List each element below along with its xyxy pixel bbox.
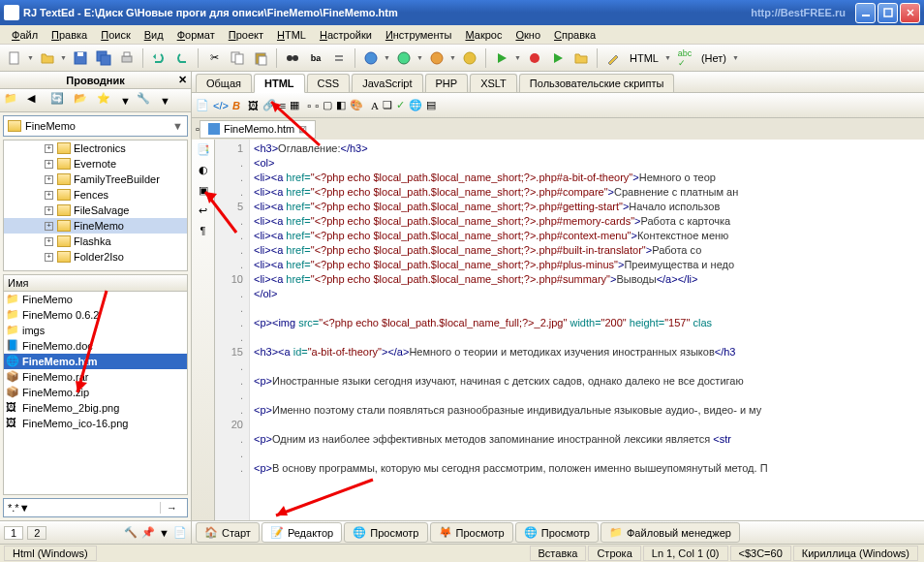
format-icon[interactable]: ▤: [426, 99, 436, 111]
print-icon[interactable]: [116, 47, 138, 69]
file-item[interactable]: 📁FineMemo: [4, 292, 187, 307]
tree-item[interactable]: +Evernote: [4, 156, 187, 172]
table-icon[interactable]: ▦: [290, 99, 299, 111]
binoculars-icon[interactable]: [282, 47, 303, 69]
file-item[interactable]: 📘FineMemo.doc: [4, 338, 187, 354]
file-list-header[interactable]: Имя: [3, 274, 188, 292]
lang-tab-javascript[interactable]: JavaScript: [352, 74, 422, 92]
play-icon[interactable]: [491, 47, 512, 69]
explorer-close-icon[interactable]: ✕: [178, 74, 187, 86]
path-combo[interactable]: FineMemo ▼: [3, 115, 188, 137]
maximize-button[interactable]: [878, 3, 898, 23]
file-item[interactable]: 📦FineMemo.zip: [4, 385, 187, 400]
minimize-button[interactable]: [855, 3, 876, 23]
refresh-icon[interactable]: 🔄: [50, 92, 68, 109]
play2-icon[interactable]: [547, 47, 569, 69]
save-icon[interactable]: [70, 47, 91, 69]
menu-вид[interactable]: Вид: [139, 27, 169, 43]
tree-item[interactable]: +FamilyTreeBuilder: [4, 172, 187, 187]
menu-формат[interactable]: Формат: [171, 27, 221, 43]
menu-файл[interactable]: Файл: [6, 27, 44, 43]
file-item[interactable]: 🖼FineMemo_ico-16.png: [4, 416, 187, 431]
doctype-icon[interactable]: 📄: [196, 99, 209, 111]
footer-tab-1[interactable]: 📝Редактор: [262, 522, 342, 543]
box2-icon[interactable]: ▫: [315, 100, 319, 111]
cut-icon[interactable]: ✂: [203, 47, 225, 69]
filter-combo[interactable]: *.* ▼ →: [3, 498, 188, 517]
marks-icon[interactable]: ¶: [200, 225, 206, 236]
star-icon[interactable]: ⭐: [97, 92, 114, 109]
file-item[interactable]: 📁FineMemo 0.6.2: [4, 307, 187, 323]
redo-icon[interactable]: [171, 47, 193, 69]
nav-back-icon[interactable]: ◀: [27, 92, 45, 109]
list-icon[interactable]: ≡: [280, 100, 286, 111]
filter-apply-icon[interactable]: →: [160, 502, 183, 514]
macro-folder-icon[interactable]: [570, 47, 592, 69]
tree-item[interactable]: +Electronics: [4, 140, 187, 156]
globe-check-icon[interactable]: [459, 47, 480, 69]
tree-item[interactable]: +Fences: [4, 187, 187, 203]
menu-правка[interactable]: Правка: [46, 27, 93, 43]
wrench-icon[interactable]: 🔧: [137, 92, 154, 109]
folder-favorite-icon[interactable]: 📂: [74, 92, 91, 109]
globe-orange-icon[interactable]: [426, 47, 447, 69]
menu-поиск[interactable]: Поиск: [95, 27, 136, 43]
file-item[interactable]: 📦FineMemo.rar: [4, 369, 187, 385]
tree-item[interactable]: +FineMemo: [4, 218, 187, 234]
globe-blue-icon[interactable]: [360, 47, 382, 69]
toolbar-none-label[interactable]: (Нет): [697, 52, 730, 64]
spellcheck-icon[interactable]: abc✓: [674, 47, 695, 69]
dropdown-icon[interactable]: ▼: [172, 120, 183, 132]
box1-icon[interactable]: ▫: [307, 100, 311, 111]
footer-tab-3[interactable]: 🦊Просмотр: [430, 522, 513, 543]
paste-icon[interactable]: [250, 47, 271, 69]
globe-validate-icon[interactable]: 🌐: [409, 99, 422, 111]
lang-tab-xslt[interactable]: XSLT: [470, 74, 517, 92]
menu-настройки[interactable]: Настройки: [314, 27, 378, 43]
menu-инструменты[interactable]: Инструменты: [380, 27, 458, 43]
toggle-icon[interactable]: ◐: [199, 164, 208, 176]
menu-окно[interactable]: Окно: [509, 27, 546, 43]
doc-icon[interactable]: 📄: [173, 526, 187, 539]
pencil-icon[interactable]: [602, 47, 624, 69]
close-button[interactable]: [900, 3, 920, 23]
color-icon[interactable]: 🎨: [350, 99, 363, 111]
menu-проект[interactable]: Проект: [223, 27, 269, 43]
wrap-icon[interactable]: ↩: [199, 204, 207, 217]
footer-tab-5[interactable]: 📁Файловый менеджер: [601, 522, 740, 543]
tag-arrows-icon[interactable]: </>: [213, 100, 229, 111]
new-file-icon[interactable]: [4, 47, 25, 69]
record-icon[interactable]: [524, 47, 545, 69]
toolbar-html-label[interactable]: HTML: [626, 52, 662, 64]
file-item[interactable]: 📁imgs: [4, 323, 187, 338]
lang-tab-html[interactable]: HTML: [254, 74, 305, 93]
replace-icon[interactable]: [328, 47, 350, 69]
sidebar-tab-1[interactable]: 1: [4, 526, 23, 540]
lang-tab-php[interactable]: PHP: [425, 74, 469, 92]
pin-icon[interactable]: 📌: [141, 526, 155, 539]
folder-tree[interactable]: +Electronics+Evernote+FamilyTreeBuilder+…: [3, 140, 188, 271]
font-icon[interactable]: A: [371, 100, 379, 111]
footer-tab-4[interactable]: 🌐Просмотр: [515, 522, 599, 543]
tree-item[interactable]: +FileSalvage: [4, 203, 187, 218]
box4-icon[interactable]: ◧: [336, 99, 346, 111]
hammer-icon[interactable]: 🔨: [124, 526, 138, 539]
menu-макрос[interactable]: Макрос: [459, 27, 508, 43]
char-icon[interactable]: ❏: [383, 99, 392, 111]
code-editor[interactable]: <h3>Оглавление:</h3><ol><li><a href="<?p…: [250, 140, 924, 520]
menu-справка[interactable]: Справка: [548, 27, 601, 43]
lang-tab-общая[interactable]: Общая: [196, 74, 252, 92]
tree-item[interactable]: +Folder2Iso: [4, 249, 187, 265]
save-all-icon[interactable]: [93, 47, 114, 69]
file-list[interactable]: 📁FineMemo📁FineMemo 0.6.2📁imgs📘FineMemo.d…: [3, 292, 188, 495]
find-text-icon[interactable]: ba: [305, 47, 326, 69]
tree-item[interactable]: +Flashka: [4, 234, 187, 249]
file-item[interactable]: 🖼FineMemo_2big.png: [4, 400, 187, 416]
copy-icon[interactable]: [227, 47, 248, 69]
menu-html[interactable]: HTML: [271, 27, 312, 43]
file-item[interactable]: 🌐FineMemo.htm: [4, 354, 187, 369]
footer-tab-0[interactable]: 🏠Старт: [196, 522, 260, 543]
link-icon[interactable]: 🔗: [262, 99, 276, 111]
open-folder-icon[interactable]: [37, 47, 58, 69]
nav-up-icon[interactable]: 📁: [4, 92, 21, 109]
